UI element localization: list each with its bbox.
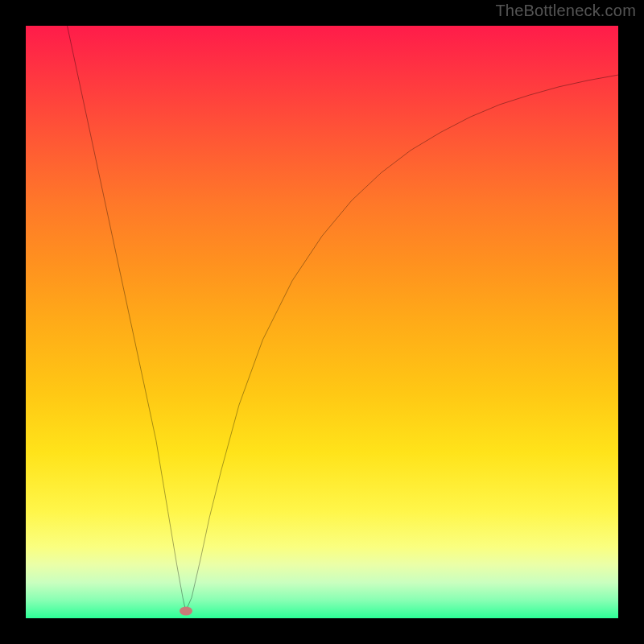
watermark: TheBottleneck.com (495, 2, 636, 20)
chart-plot-area (26, 26, 618, 618)
bottleneck-curve (68, 26, 618, 611)
min-marker (180, 607, 192, 616)
curve-svg (26, 26, 618, 618)
